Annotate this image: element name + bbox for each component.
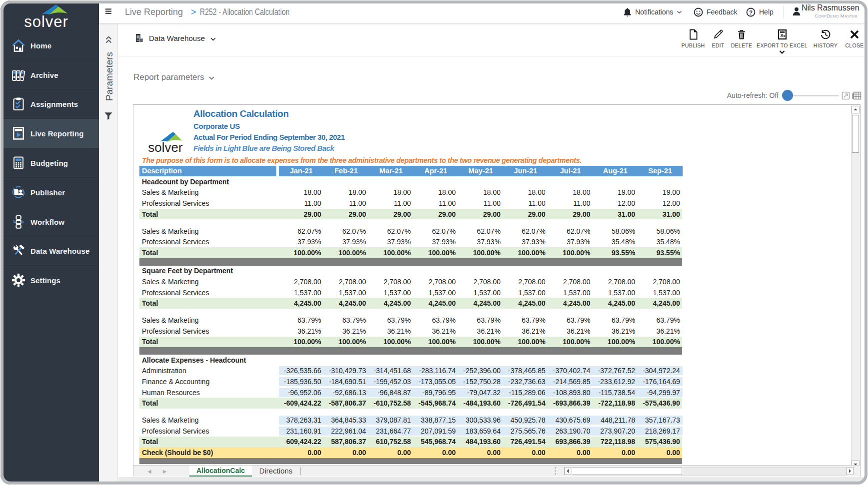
svg-text:s: s xyxy=(783,34,785,37)
svg-text:?: ? xyxy=(749,9,753,15)
